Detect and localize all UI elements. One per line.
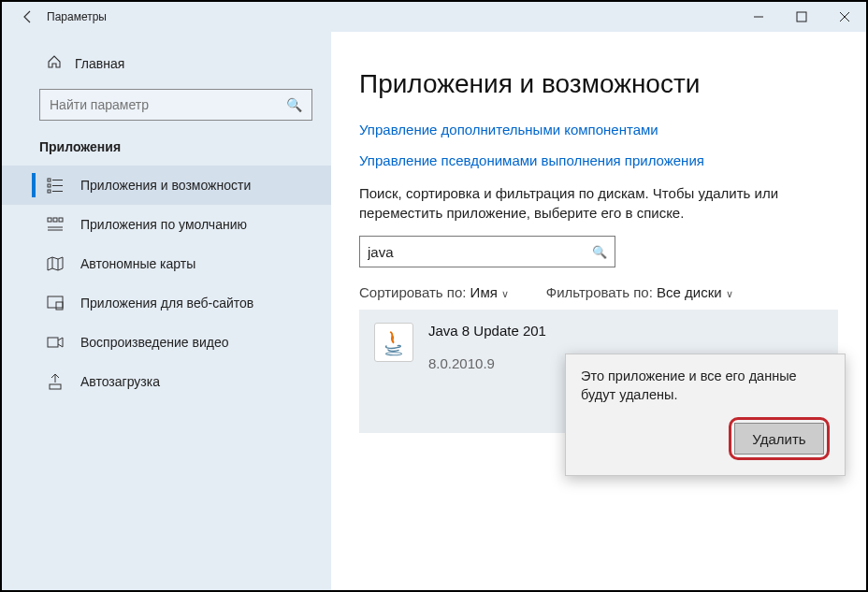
svg-rect-20 (50, 384, 61, 389)
window-title: Параметры (47, 10, 107, 23)
sort-value: Имя (470, 284, 498, 300)
apps-list-icon (47, 177, 64, 194)
annotation-highlight: Удалить (729, 417, 830, 460)
nav-label: Приложения и возможности (80, 178, 251, 193)
home-icon (47, 54, 62, 72)
back-button[interactable] (9, 9, 47, 24)
svg-rect-4 (48, 179, 51, 181)
svg-rect-18 (56, 302, 63, 310)
map-icon (47, 255, 64, 272)
link-app-aliases[interactable]: Управление псевдонимами выполнения прило… (359, 152, 838, 168)
nav-offline-maps[interactable]: Автономные карты (2, 244, 331, 283)
close-button[interactable] (823, 2, 866, 32)
chevron-down-icon: ∨ (722, 288, 733, 299)
popup-message: Это приложение и все его данные будут уд… (581, 368, 830, 404)
filter-label: Фильтровать по: (546, 284, 653, 300)
nav-label: Приложения для веб-сайтов (80, 296, 253, 310)
page-heading: Приложения и возможности (359, 69, 838, 99)
settings-search[interactable]: 🔍 (39, 89, 312, 121)
svg-rect-8 (48, 190, 51, 193)
maximize-button[interactable] (780, 2, 823, 32)
defaults-icon (47, 216, 64, 233)
app-search-input[interactable] (368, 244, 592, 260)
chevron-down-icon: ∨ (498, 288, 509, 299)
nav-label: Автозагрузка (80, 374, 160, 389)
svg-rect-10 (48, 218, 51, 222)
svg-rect-1 (797, 12, 806, 22)
app-version: 8.0.2010.9 (428, 355, 546, 371)
sort-label: Сортировать по: (359, 284, 466, 300)
nav-label: Воспроизведение видео (80, 335, 228, 350)
search-icon: 🔍 (286, 97, 302, 112)
nav-apps-features[interactable]: Приложения и возможности (2, 166, 331, 205)
confirm-uninstall-button[interactable]: Удалить (734, 423, 824, 455)
nav-apps-for-websites[interactable]: Приложения для веб-сайтов (2, 283, 331, 323)
page-description: Поиск, сортировка и фильтрация по дискам… (359, 183, 789, 223)
sidebar-section-title: Приложения (2, 139, 331, 166)
svg-rect-11 (53, 218, 57, 222)
minimize-button[interactable] (737, 2, 780, 32)
home-link[interactable]: Главная (2, 51, 331, 89)
video-icon (47, 334, 64, 351)
svg-rect-12 (59, 218, 63, 222)
app-search[interactable]: 🔍 (359, 236, 615, 267)
nav-video-playback[interactable]: Воспроизведение видео (2, 323, 331, 362)
uninstall-confirm-popup: Это приложение и все его данные будут уд… (565, 354, 846, 476)
sort-dropdown[interactable]: Сортировать по: Имя∨ (359, 284, 509, 300)
startup-icon (47, 373, 64, 390)
link-optional-features[interactable]: Управление дополнительными компонентами (359, 122, 838, 137)
search-icon: 🔍 (592, 245, 607, 259)
svg-point-22 (386, 353, 402, 355)
app-name: Java 8 Update 201 (428, 323, 546, 339)
svg-rect-19 (48, 338, 58, 347)
website-apps-icon (47, 295, 64, 311)
nav-default-apps[interactable]: Приложения по умолчанию (2, 205, 331, 244)
svg-rect-6 (48, 184, 51, 187)
nav-label: Автономные карты (80, 256, 195, 271)
settings-search-input[interactable] (50, 97, 286, 112)
nav-startup[interactable]: Автозагрузка (2, 362, 331, 401)
filter-value: Все диски (657, 284, 722, 300)
filter-dropdown[interactable]: Фильтровать по: Все диски∨ (546, 284, 733, 300)
java-icon (374, 323, 413, 362)
home-label: Главная (75, 56, 124, 71)
nav-label: Приложения по умолчанию (80, 217, 247, 232)
